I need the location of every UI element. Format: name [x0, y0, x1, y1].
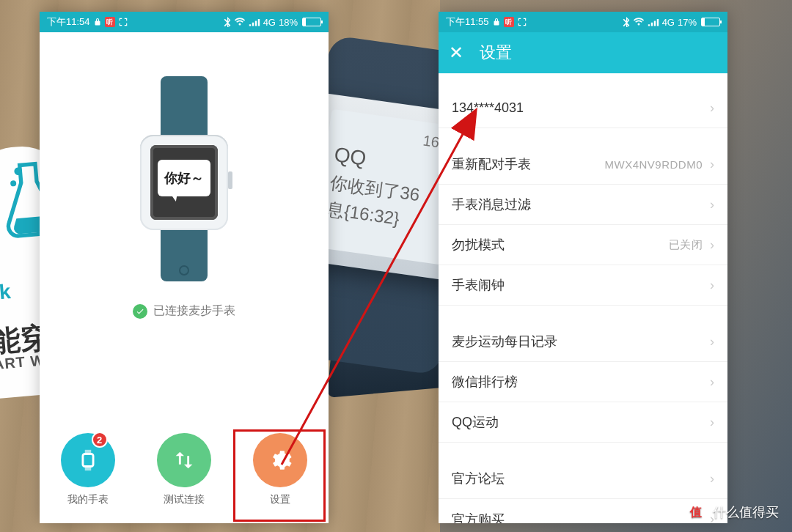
lock-icon: [492, 18, 501, 26]
list-item-daily-record[interactable]: 麦步运动每日记录 ›: [439, 322, 727, 362]
fullscreen-icon: [118, 17, 128, 27]
nav-settings[interactable]: 设置: [253, 433, 307, 506]
list-item-qq-sport[interactable]: QQ运动 ›: [439, 402, 727, 443]
signal-icon: [249, 18, 260, 26]
list-item-wechat-rank[interactable]: 微信排行榜 ›: [439, 362, 727, 402]
nav-test-connection[interactable]: 测试连接: [157, 433, 211, 506]
gear-icon: [253, 433, 307, 487]
status-time: 下午11:55: [446, 15, 489, 29]
list-item-account[interactable]: 134****4031 ›: [439, 88, 727, 128]
chevron-right-icon: ›: [710, 100, 714, 116]
rec-icon: 听: [105, 17, 115, 27]
signal-type: 4G: [263, 17, 276, 28]
chevron-right-icon: ›: [710, 415, 714, 430]
status-bar: 下午11:54 听 4G 18%: [40, 12, 329, 32]
wifi-icon: [234, 18, 246, 26]
watermark: 值 什么值得买: [685, 501, 779, 523]
close-button[interactable]: ✕: [449, 44, 463, 62]
connection-text: 已连接麦步手表: [153, 303, 235, 319]
list-item-buy[interactable]: 官方购买 ›: [439, 499, 727, 523]
watch-preview-area: 你好～ 已连接麦步手表: [40, 32, 329, 349]
chevron-right-icon: ›: [710, 471, 714, 487]
account-number: 134****4031: [452, 100, 524, 116]
chevron-right-icon: ›: [710, 237, 714, 253]
status-time: 下午11:54: [47, 15, 90, 29]
wifi-icon: [633, 18, 645, 26]
svg-rect-4: [84, 467, 91, 471]
phone-screenshot-right: 下午11:55 听 4G 17% ✕ 设置 134****4031 › 重新配对…: [439, 12, 727, 523]
fullscreen-icon: [517, 17, 527, 27]
battery-icon: [701, 18, 720, 26]
signal-type: 4G: [662, 17, 675, 28]
watermark-badge: 值: [685, 501, 707, 523]
list-item-alarm[interactable]: 手表闹钟 ›: [439, 265, 727, 306]
page-title: 设置: [480, 42, 512, 64]
rec-icon: 听: [504, 17, 514, 27]
svg-point-1: [10, 180, 17, 187]
notification-badge: 2: [92, 432, 108, 448]
nav-label: 测试连接: [164, 493, 205, 506]
chevron-right-icon: ›: [710, 157, 714, 172]
bottom-nav: 2 我的手表 测试连接 设置: [40, 421, 329, 523]
svg-rect-3: [84, 450, 91, 454]
lock-icon: [93, 18, 102, 26]
battery-icon: [302, 18, 321, 26]
connection-status: 已连接麦步手表: [133, 303, 235, 319]
settings-list: 134****4031 › 重新配对手表 MWX4NV9RDDM0 › 手表消息…: [439, 73, 727, 523]
check-icon: [133, 304, 147, 319]
battery-percent: 18%: [279, 17, 298, 28]
title-bar: ✕ 设置: [439, 32, 727, 73]
nav-label: 设置: [270, 493, 290, 506]
sync-icon: [157, 433, 211, 487]
phone-screenshot-left: 下午11:54 听 4G 18% 你好～ 已: [40, 12, 329, 523]
bluetooth-icon: [224, 17, 231, 27]
bluetooth-icon: [623, 17, 630, 27]
chevron-right-icon: ›: [710, 334, 714, 350]
svg-rect-2: [83, 454, 93, 467]
chevron-right-icon: ›: [710, 197, 714, 213]
list-item-repair[interactable]: 重新配对手表 MWX4NV9RDDM0 ›: [439, 144, 727, 185]
signal-icon: [648, 18, 659, 26]
chevron-right-icon: ›: [710, 374, 714, 390]
status-bar: 下午11:55 听 4G 17%: [439, 12, 727, 32]
watch-illustration: 你好～: [133, 76, 235, 281]
battery-percent: 17%: [678, 17, 697, 28]
nav-label: 我的手表: [67, 493, 109, 506]
list-item-dnd[interactable]: 勿扰模式 已关闭 ›: [439, 225, 727, 265]
watch-bubble-text: 你好～: [164, 169, 204, 187]
watermark-text: 什么值得买: [713, 503, 779, 521]
list-item-message-filter[interactable]: 手表消息过滤 ›: [439, 185, 727, 225]
list-item-forum[interactable]: 官方论坛 ›: [439, 459, 727, 499]
nav-my-watch[interactable]: 2 我的手表: [61, 433, 115, 506]
chevron-right-icon: ›: [710, 278, 714, 293]
